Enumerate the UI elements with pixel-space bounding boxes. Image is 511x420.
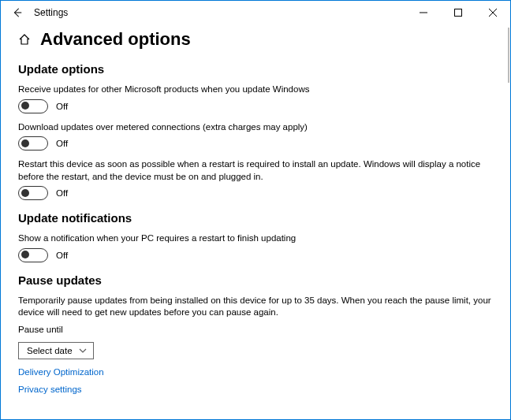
minimize-icon xyxy=(420,9,427,17)
window-title: Settings xyxy=(34,7,68,18)
svg-rect-0 xyxy=(455,9,462,17)
toggle-state: Off xyxy=(56,139,68,148)
option-desc: Show a notification when your PC require… xyxy=(18,232,491,245)
maximize-icon xyxy=(454,9,462,17)
toggle-metered: Off xyxy=(18,136,493,151)
home-icon xyxy=(18,33,31,46)
toggle-switch[interactable] xyxy=(18,186,48,200)
section-title-update-options: Update options xyxy=(18,62,493,76)
content-area: Advanced options Update options Receive … xyxy=(1,24,510,419)
toggle-switch[interactable] xyxy=(18,136,48,151)
select-value: Select date xyxy=(27,346,73,355)
minimize-button[interactable] xyxy=(406,1,441,24)
link-delivery-optimization[interactable]: Delivery Optimization xyxy=(18,367,493,377)
option-desc: Restart this device as soon as possible … xyxy=(18,158,491,183)
back-button[interactable] xyxy=(6,1,29,24)
pause-until-label: Pause until xyxy=(18,324,491,336)
toggle-restart-asap: Off xyxy=(18,186,493,200)
toggle-other-products: Off xyxy=(18,99,493,113)
home-button[interactable] xyxy=(18,33,31,46)
chevron-down-icon xyxy=(79,348,87,353)
link-privacy-settings[interactable]: Privacy settings xyxy=(18,385,493,394)
back-arrow-icon xyxy=(12,7,23,18)
toggle-state: Off xyxy=(56,188,68,198)
toggle-switch[interactable] xyxy=(18,248,48,262)
option-desc: Receive updates for other Microsoft prod… xyxy=(18,84,491,96)
close-button[interactable] xyxy=(476,1,510,24)
pause-desc: Temporarily pause updates from being ins… xyxy=(18,295,491,319)
pause-date-select[interactable]: Select date xyxy=(18,342,94,359)
page-header: Advanced options xyxy=(18,29,493,50)
section-title-update-notifications: Update notifications xyxy=(18,211,493,225)
maximize-button[interactable] xyxy=(441,1,476,24)
section-title-pause-updates: Pause updates xyxy=(18,273,493,287)
scrollbar[interactable] xyxy=(508,28,509,83)
close-icon xyxy=(489,9,497,17)
page-title: Advanced options xyxy=(40,29,191,50)
option-desc: Download updates over metered connection… xyxy=(18,121,491,134)
titlebar: Settings xyxy=(1,1,510,24)
toggle-state: Off xyxy=(56,251,68,260)
toggle-switch[interactable] xyxy=(18,99,48,113)
toggle-restart-notification: Off xyxy=(18,248,493,262)
toggle-state: Off xyxy=(56,102,68,111)
